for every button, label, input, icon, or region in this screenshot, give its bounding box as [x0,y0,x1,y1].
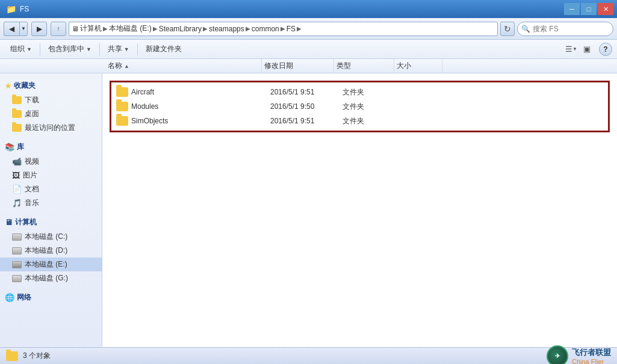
drive-c-icon [12,233,22,241]
maximize-button[interactable]: □ [581,3,597,15]
sidebar-item-desktop[interactable]: 桌面 [0,107,102,121]
path-arrow-3: ▶ [203,25,208,32]
watermark-label: 飞行者联盟 China Flier [572,347,611,365]
file-type-modules: 文件夹 [343,102,403,112]
col-header-date[interactable]: 修改日期 [262,59,334,73]
path-computer: 🖥 计算机 [72,23,102,34]
computer-icon: 🖥 [5,218,13,227]
view-dropdown-button[interactable]: ☰▼ [564,42,578,57]
col-header-type[interactable]: 类型 [334,59,394,73]
search-icon: 🔍 [521,25,530,33]
file-row-aircraft[interactable]: Aircraft 2016/5/1 9:51 文件夹 [111,85,608,99]
highlighted-folder-group: Aircraft 2016/5/1 9:51 文件夹 Modules 2016/… [110,81,610,132]
folder-icon-recent [12,124,22,132]
sidebar-drive-c[interactable]: 本地磁盘 (C:) [0,230,102,244]
library-icon: 📚 [5,143,14,152]
sidebar-item-documents[interactable]: 📄 文档 [0,182,102,196]
back-button[interactable]: ◀ [4,22,19,36]
path-arrow-2: ▶ [153,25,158,32]
search-input[interactable] [533,25,617,33]
file-type-simobjects: 文件夹 [343,116,403,126]
search-box[interactable]: 🔍 [517,22,613,36]
path-arrow-5: ▶ [281,25,285,32]
folder-icon-downloads [12,96,22,104]
title-bar-left: 📁 FS [6,4,29,14]
path-arrow-4: ▶ [246,25,250,32]
documents-icon: 📄 [12,185,22,194]
title-bar: 📁 FS ─ □ ✕ [0,0,617,18]
pictures-icon: 🖼 [12,171,20,180]
path-computer-icon: 🖥 [72,25,79,33]
file-row-simobjects[interactable]: SimObjects 2016/5/1 9:51 文件夹 [111,114,608,128]
status-left: 3 个对象 [6,351,51,361]
toolbar: 组织 ▼ 包含到库中 ▼ 共享 ▼ 新建文件夹 ☰▼ ▣ ? [0,40,617,59]
drive-d-icon [12,247,22,254]
path-arrow-1: ▶ [103,25,108,32]
organize-dropdown-arrow: ▼ [26,46,32,52]
sidebar-section-computer: 🖥 计算机 本地磁盘 (C:) 本地磁盘 (D:) 本地磁盘 (E:) 本地磁盘… [0,215,102,285]
sidebar-item-music[interactable]: 🎵 音乐 [0,196,102,210]
star-icon: ★ [5,82,11,90]
folder-icon-modules [116,102,128,111]
file-type-aircraft: 文件夹 [343,87,403,97]
toolbar-separator-2 [99,43,100,55]
video-icon: 📹 [12,157,22,166]
help-button[interactable]: ? [599,43,612,56]
col-header-name[interactable]: 名称 ▲ [105,59,262,73]
sidebar-section-favorites: ★ 收藏夹 下载 桌面 最近访问的位置 [0,78,102,135]
sidebar-section-network: 🌐 网络 [0,290,102,305]
address-bar: ◀ ▼ ▶ ↑ 🖥 计算机 ▶ 本地磁盘 (E:) ▶ SteamLibrary… [0,18,617,40]
sidebar-item-downloads[interactable]: 下载 [0,93,102,107]
refresh-button[interactable]: ↻ [500,22,515,36]
watermark-logo: ✈ [547,345,568,365]
network-icon: 🌐 [5,293,14,302]
share-dropdown-arrow: ▼ [124,46,129,52]
minimize-button[interactable]: ─ [564,3,580,15]
sidebar-item-recent[interactable]: 最近访问的位置 [0,121,102,135]
file-name-simobjects: SimObjects [114,116,270,126]
status-folder-icon [6,351,18,361]
watermark: ✈ 飞行者联盟 China Flier [547,345,611,365]
column-header: 名称 ▲ 修改日期 类型 大小 [0,59,617,73]
sort-arrow-icon: ▲ [124,63,129,69]
drive-e-icon [12,261,22,268]
sidebar-network-title[interactable]: 🌐 网络 [0,290,102,305]
sidebar-library-title[interactable]: 📚 库 [0,140,102,155]
folder-icon-aircraft [116,87,128,97]
share-button[interactable]: 共享 ▼ [102,41,135,58]
address-path[interactable]: 🖥 计算机 ▶ 本地磁盘 (E:) ▶ SteamLibrary ▶ steam… [69,22,498,36]
file-name-aircraft: Aircraft [114,87,270,97]
file-row-modules[interactable]: Modules 2016/5/1 9:50 文件夹 [111,99,608,114]
music-icon: 🎵 [12,199,22,208]
back-dropdown-button[interactable]: ▼ [19,22,28,36]
sidebar: ★ 收藏夹 下载 桌面 最近访问的位置 📚 库 📹 [0,73,102,347]
sidebar-section-library: 📚 库 📹 视频 🖼 图片 📄 文档 🎵 音乐 [0,140,102,210]
toolbar-separator-3 [137,43,138,55]
sidebar-item-pictures[interactable]: 🖼 图片 [0,168,102,182]
sidebar-computer-title[interactable]: 🖥 计算机 [0,215,102,230]
col-header-size[interactable]: 大小 [394,59,442,73]
new-folder-button[interactable]: 新建文件夹 [140,41,187,58]
sidebar-favorites-title[interactable]: ★ 收藏夹 [0,78,102,93]
window-icon: 📁 [6,4,16,14]
main-area: ★ 收藏夹 下载 桌面 最近访问的位置 📚 库 📹 [0,73,617,347]
title-bar-controls: ─ □ ✕ [564,3,613,15]
pane-button[interactable]: ▣ [580,42,594,57]
include-button[interactable]: 包含到库中 ▼ [43,41,97,58]
nav-back-group: ◀ ▼ [4,22,28,36]
sidebar-drive-g[interactable]: 本地磁盘 (G:) [0,271,102,285]
forward-button[interactable]: ▶ [31,22,47,36]
file-date-aircraft: 2016/5/1 9:51 [270,88,343,96]
sidebar-item-video[interactable]: 📹 视频 [0,155,102,168]
sidebar-drive-e[interactable]: 本地磁盘 (E:) [0,258,102,271]
organize-button[interactable]: 组织 ▼ [5,41,37,58]
close-button[interactable]: ✕ [598,3,613,15]
toolbar-separator-1 [40,43,40,55]
file-date-simobjects: 2016/5/1 9:51 [270,117,343,125]
path-arrow-6: ▶ [297,25,302,32]
file-name-modules: Modules [114,102,270,111]
sidebar-drive-d[interactable]: 本地磁盘 (D:) [0,244,102,258]
up-button[interactable]: ↑ [51,22,66,36]
drive-g-icon [12,275,22,282]
status-bar: 3 个对象 ✈ 飞行者联盟 China Flier [0,347,617,364]
